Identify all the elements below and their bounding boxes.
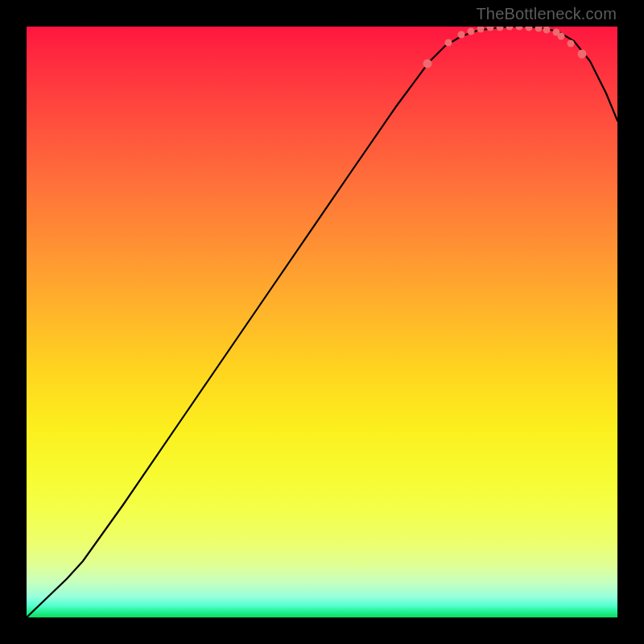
data-marker: [578, 50, 587, 59]
data-marker: [423, 60, 432, 68]
data-marker: [506, 27, 514, 31]
data-marker: [526, 27, 533, 31]
data-marker: [568, 40, 575, 47]
data-marker: [535, 27, 543, 32]
plot-area: [27, 27, 617, 617]
data-marker: [497, 27, 504, 31]
data-marker: [468, 28, 475, 35]
marker-group: [423, 27, 587, 68]
data-marker: [477, 27, 485, 33]
data-marker: [558, 33, 565, 40]
curve-layer: [27, 27, 617, 617]
bottleneck-curve: [27, 27, 617, 617]
watermark-text: TheBottleneck.com: [476, 5, 617, 23]
data-marker: [516, 27, 523, 31]
chart-stage: TheBottleneck.com: [0, 0, 644, 644]
data-marker: [543, 27, 551, 34]
data-marker: [445, 39, 452, 47]
data-marker: [487, 27, 494, 31]
data-marker: [458, 31, 465, 39]
